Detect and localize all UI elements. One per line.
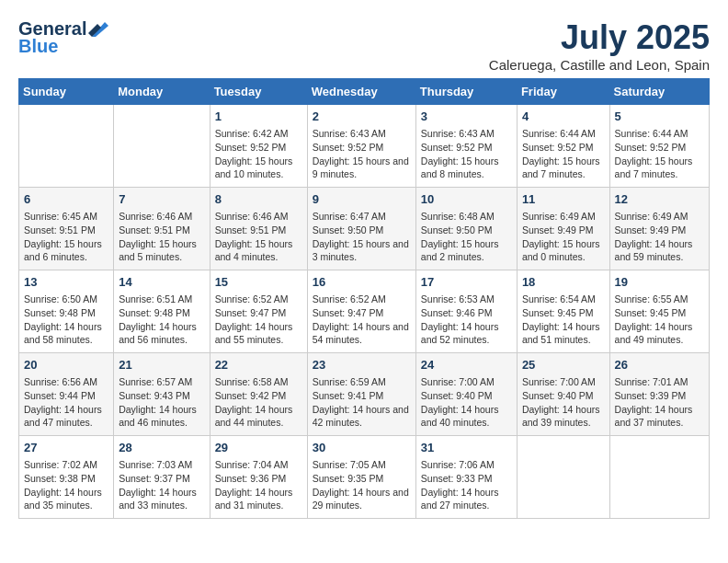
day-number: 3 (421, 109, 512, 125)
day-info: Sunrise: 6:45 AMSunset: 9:51 PMDaylight:… (24, 210, 108, 264)
calendar-header-row: Sunday Monday Tuesday Wednesday Thursday… (19, 79, 710, 105)
day-info: Sunrise: 6:44 AMSunset: 9:52 PMDaylight:… (522, 127, 605, 181)
location-subtitle: Caleruega, Castille and Leon, Spain (489, 57, 710, 73)
calendar-cell: 23Sunrise: 6:59 AMSunset: 9:41 PMDayligh… (307, 353, 415, 436)
day-number: 27 (24, 440, 108, 456)
calendar-cell: 28Sunrise: 7:03 AMSunset: 9:37 PMDayligh… (114, 436, 210, 519)
day-number: 21 (119, 357, 204, 373)
day-info: Sunrise: 6:46 AMSunset: 9:51 PMDaylight:… (119, 210, 204, 264)
day-info: Sunrise: 6:51 AMSunset: 9:48 PMDaylight:… (119, 293, 204, 347)
day-info: Sunrise: 6:43 AMSunset: 9:52 PMDaylight:… (421, 127, 512, 181)
page-header: General Blue July 2025 Caleruega, Castil… (18, 18, 710, 73)
calendar-cell: 22Sunrise: 6:58 AMSunset: 9:42 PMDayligh… (210, 353, 307, 436)
day-number: 2 (313, 109, 411, 125)
calendar-cell: 29Sunrise: 7:04 AMSunset: 9:36 PMDayligh… (210, 436, 307, 519)
day-number: 1 (215, 109, 302, 125)
calendar-week-row-4: 20Sunrise: 6:56 AMSunset: 9:44 PMDayligh… (19, 353, 710, 436)
day-info: Sunrise: 6:42 AMSunset: 9:52 PMDaylight:… (215, 127, 302, 181)
header-sunday: Sunday (19, 79, 114, 105)
calendar-cell: 12Sunrise: 6:49 AMSunset: 9:49 PMDayligh… (609, 188, 709, 270)
calendar-cell: 10Sunrise: 6:48 AMSunset: 9:50 PMDayligh… (415, 188, 517, 270)
calendar-cell: 13Sunrise: 6:50 AMSunset: 9:48 PMDayligh… (19, 270, 114, 353)
day-info: Sunrise: 6:54 AMSunset: 9:45 PMDaylight:… (522, 293, 605, 347)
calendar-cell (19, 105, 114, 188)
day-number: 18 (522, 274, 605, 291)
calendar-cell: 20Sunrise: 6:56 AMSunset: 9:44 PMDayligh… (19, 353, 114, 436)
calendar-cell: 14Sunrise: 6:51 AMSunset: 9:48 PMDayligh… (114, 270, 210, 353)
logo: General Blue (18, 18, 108, 57)
day-info: Sunrise: 7:04 AMSunset: 9:36 PMDaylight:… (215, 458, 302, 512)
header-saturday: Saturday (609, 79, 709, 105)
day-number: 20 (24, 357, 108, 373)
header-thursday: Thursday (415, 79, 517, 105)
calendar-cell (517, 436, 609, 519)
logo-blue: Blue (18, 36, 58, 57)
day-info: Sunrise: 7:01 AMSunset: 9:39 PMDaylight:… (615, 375, 704, 430)
day-info: Sunrise: 6:48 AMSunset: 9:50 PMDaylight:… (421, 210, 512, 264)
day-number: 12 (615, 191, 704, 208)
calendar-table: Sunday Monday Tuesday Wednesday Thursday… (18, 78, 710, 519)
calendar-cell: 9Sunrise: 6:47 AMSunset: 9:50 PMDaylight… (307, 188, 415, 270)
day-info: Sunrise: 6:56 AMSunset: 9:44 PMDaylight:… (24, 375, 108, 430)
day-number: 30 (313, 440, 411, 456)
day-info: Sunrise: 7:05 AMSunset: 9:35 PMDaylight:… (313, 458, 411, 512)
day-info: Sunrise: 6:44 AMSunset: 9:52 PMDaylight:… (615, 127, 704, 181)
day-number: 5 (615, 109, 704, 125)
day-number: 15 (215, 274, 302, 291)
day-number: 25 (522, 357, 605, 373)
calendar-cell: 17Sunrise: 6:53 AMSunset: 9:46 PMDayligh… (415, 270, 517, 353)
day-info: Sunrise: 6:55 AMSunset: 9:45 PMDaylight:… (615, 293, 704, 347)
calendar-cell: 31Sunrise: 7:06 AMSunset: 9:33 PMDayligh… (415, 436, 517, 519)
calendar-week-row-5: 27Sunrise: 7:02 AMSunset: 9:38 PMDayligh… (19, 436, 710, 519)
calendar-cell: 21Sunrise: 6:57 AMSunset: 9:43 PMDayligh… (114, 353, 210, 436)
calendar-cell: 11Sunrise: 6:49 AMSunset: 9:49 PMDayligh… (517, 188, 609, 270)
day-number: 29 (215, 440, 302, 456)
day-number: 13 (24, 274, 108, 291)
day-number: 6 (24, 191, 108, 208)
day-info: Sunrise: 6:53 AMSunset: 9:46 PMDaylight:… (421, 293, 512, 347)
calendar-cell: 18Sunrise: 6:54 AMSunset: 9:45 PMDayligh… (517, 270, 609, 353)
logo-icon (88, 22, 108, 37)
month-year-title: July 2025 (489, 18, 710, 57)
day-info: Sunrise: 6:43 AMSunset: 9:52 PMDaylight:… (313, 127, 411, 181)
day-info: Sunrise: 7:02 AMSunset: 9:38 PMDaylight:… (24, 458, 108, 512)
day-number: 24 (421, 357, 512, 373)
header-monday: Monday (114, 79, 210, 105)
calendar-cell: 25Sunrise: 7:00 AMSunset: 9:40 PMDayligh… (517, 353, 609, 436)
calendar-cell: 2Sunrise: 6:43 AMSunset: 9:52 PMDaylight… (307, 105, 415, 188)
header-friday: Friday (517, 79, 609, 105)
calendar-cell (609, 436, 709, 519)
day-info: Sunrise: 6:47 AMSunset: 9:50 PMDaylight:… (313, 210, 411, 264)
calendar-cell: 16Sunrise: 6:52 AMSunset: 9:47 PMDayligh… (307, 270, 415, 353)
day-number: 8 (215, 191, 302, 208)
calendar-week-row-2: 6Sunrise: 6:45 AMSunset: 9:51 PMDaylight… (19, 188, 710, 270)
day-number: 31 (421, 440, 512, 456)
day-info: Sunrise: 7:06 AMSunset: 9:33 PMDaylight:… (421, 458, 512, 512)
day-number: 16 (313, 274, 411, 291)
calendar-cell: 26Sunrise: 7:01 AMSunset: 9:39 PMDayligh… (609, 353, 709, 436)
day-info: Sunrise: 6:52 AMSunset: 9:47 PMDaylight:… (313, 293, 411, 347)
day-info: Sunrise: 6:58 AMSunset: 9:42 PMDaylight:… (215, 375, 302, 430)
calendar-cell: 6Sunrise: 6:45 AMSunset: 9:51 PMDaylight… (19, 188, 114, 270)
day-info: Sunrise: 6:59 AMSunset: 9:41 PMDaylight:… (313, 375, 411, 430)
calendar-cell: 15Sunrise: 6:52 AMSunset: 9:47 PMDayligh… (210, 270, 307, 353)
day-number: 22 (215, 357, 302, 373)
calendar-cell: 7Sunrise: 6:46 AMSunset: 9:51 PMDaylight… (114, 188, 210, 270)
calendar-week-row-1: 1Sunrise: 6:42 AMSunset: 9:52 PMDaylight… (19, 105, 710, 188)
calendar-cell: 19Sunrise: 6:55 AMSunset: 9:45 PMDayligh… (609, 270, 709, 353)
calendar-cell: 1Sunrise: 6:42 AMSunset: 9:52 PMDaylight… (210, 105, 307, 188)
calendar-cell: 4Sunrise: 6:44 AMSunset: 9:52 PMDaylight… (517, 105, 609, 188)
day-number: 17 (421, 274, 512, 291)
day-info: Sunrise: 6:50 AMSunset: 9:48 PMDaylight:… (24, 293, 108, 347)
calendar-cell: 5Sunrise: 6:44 AMSunset: 9:52 PMDaylight… (609, 105, 709, 188)
day-info: Sunrise: 7:03 AMSunset: 9:37 PMDaylight:… (119, 458, 204, 512)
header-wednesday: Wednesday (307, 79, 415, 105)
day-info: Sunrise: 6:49 AMSunset: 9:49 PMDaylight:… (615, 210, 704, 264)
day-number: 9 (313, 191, 411, 208)
day-number: 26 (615, 357, 704, 373)
title-block: July 2025 Caleruega, Castille and Leon, … (489, 18, 710, 73)
calendar-week-row-3: 13Sunrise: 6:50 AMSunset: 9:48 PMDayligh… (19, 270, 710, 353)
day-info: Sunrise: 7:00 AMSunset: 9:40 PMDaylight:… (421, 375, 512, 430)
day-info: Sunrise: 6:46 AMSunset: 9:51 PMDaylight:… (215, 210, 302, 264)
day-number: 7 (119, 191, 204, 208)
